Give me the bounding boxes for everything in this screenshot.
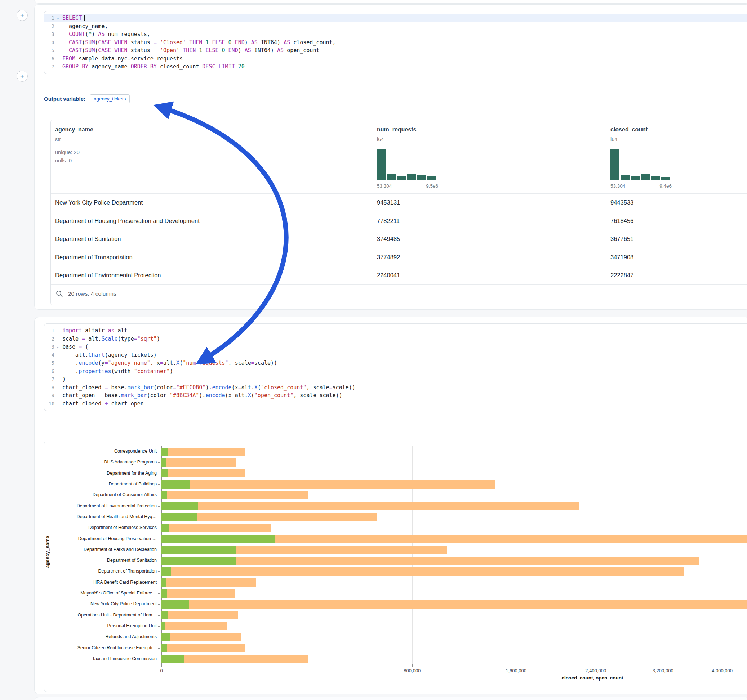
code-token: 20 <box>238 63 245 70</box>
y-axis-title: agency_name <box>45 523 50 581</box>
add-cell-button[interactable]: + <box>17 71 28 82</box>
line-number: 6 <box>48 55 54 63</box>
line-number: 3 <box>48 30 54 39</box>
bar-closed-count <box>162 491 308 499</box>
table-row[interactable]: New York City Police Department945313194… <box>51 193 747 212</box>
code-line[interactable]: 8chart_closed = base.mark_bar(color="#FF… <box>44 383 747 392</box>
line-number: 8 <box>48 383 54 392</box>
code-token <box>225 39 228 46</box>
code-token: alt. <box>242 384 254 391</box>
code-token: X <box>248 392 251 398</box>
code-token <box>215 63 218 70</box>
code-line[interactable]: 7GROUP BY agency_name ORDER BY closed_co… <box>44 63 747 71</box>
bar-open-count <box>162 611 168 619</box>
column-header[interactable]: closed_count <box>611 127 647 133</box>
bar-open-count <box>162 655 184 663</box>
add-cell-button[interactable]: + <box>17 10 28 21</box>
y-axis-tick <box>158 648 160 649</box>
code-token: "num_requests" <box>183 360 228 366</box>
table-row[interactable]: Department of Transportation377489234719… <box>51 248 747 267</box>
histogram-bar <box>611 149 620 180</box>
code-token: (width <box>111 368 130 374</box>
fold-chevron-icon[interactable]: ⌄ <box>57 343 59 351</box>
code-text: .properties(width="container") <box>44 367 747 376</box>
code-token: "#FFC080" <box>176 384 206 391</box>
code-line[interactable]: 1⌄SELECT <box>44 14 747 22</box>
code-token: status <box>127 47 154 54</box>
python-code-editor[interactable]: 1import altair as alt2scale = alt.Scale(… <box>44 323 747 411</box>
table-footer-text: 20 rows, 4 columns <box>68 291 116 297</box>
y-axis-tick <box>158 626 160 626</box>
bar-open-count <box>162 513 197 521</box>
column-histogram <box>377 149 438 180</box>
bar-closed-count <box>162 611 238 619</box>
x-tick-label: 3,200,000 <box>638 668 688 673</box>
code-line[interactable]: 2scale = alt.Scale(type="sqrt") <box>44 335 747 343</box>
line-number: 4 <box>48 39 54 47</box>
output-variable-badge[interactable]: agency_tickets <box>90 94 130 103</box>
code-token: import <box>62 327 82 334</box>
table-row[interactable]: Department of Housing Preservation and D… <box>51 212 747 230</box>
code-line[interactable]: 7) <box>44 375 747 383</box>
code-token: mark_bar <box>127 384 154 391</box>
gridline <box>663 446 664 664</box>
code-line[interactable]: 1import altair as alt <box>44 327 747 335</box>
y-axis-label: New York City Police Department <box>44 601 157 606</box>
search-icon[interactable] <box>56 290 63 297</box>
y-axis-tick <box>158 637 160 637</box>
code-token: "container" <box>134 368 170 374</box>
bar-open-count <box>162 622 165 630</box>
table-cell: 2240041 <box>377 267 400 284</box>
bar-open-count <box>162 633 170 641</box>
histogram-bar <box>620 175 629 180</box>
table-row[interactable]: Department of Sanitation37494853677651 <box>51 230 747 248</box>
code-token: = <box>166 392 170 398</box>
query-results-table: agency_namestrunique: 20nulls: 0num_requ… <box>50 119 747 305</box>
code-token: * <box>88 31 92 38</box>
bar-closed-count <box>162 644 245 652</box>
y-axis-label: Department of Sanitation <box>44 558 157 563</box>
y-axis-label: Senior Citizen Rent Increase Exempti… <box>44 645 157 650</box>
code-token: 0 <box>228 39 232 46</box>
code-line[interactable]: 5 .encode(y="agency_name", x=alt.X("num_… <box>44 359 747 367</box>
bar-open-count <box>162 491 167 499</box>
code-token: , scale <box>293 392 316 398</box>
sql-code-editor[interactable]: 1⌄SELECT2 agency_name,3 COUNT(*) AS num_… <box>44 11 747 74</box>
code-line[interactable]: 4 alt.Chart(agency_tickets) <box>44 351 747 359</box>
fold-chevron-icon[interactable]: ⌄ <box>57 14 59 22</box>
code-line[interactable]: 9chart_open = base.mark_bar(color="#8BC3… <box>44 391 747 400</box>
notebook-page: + + 1⌄SELECT2 agency_name,3 COUNT(*) AS … <box>0 0 747 700</box>
histogram-range-label: 53,304 <box>611 183 625 189</box>
code-line[interactable]: 2 agency_name, <box>44 22 747 31</box>
code-token: ELSE <box>206 47 218 54</box>
chart-output-panel: 0800,0001,600,0002,400,0003,200,0004,000… <box>44 441 747 692</box>
table-row[interactable]: Department of Environmental Protection22… <box>51 266 747 284</box>
code-line[interactable]: 4 CAST(SUM(CASE WHEN status = 'Closed' T… <box>44 39 747 47</box>
code-line[interactable]: 6 .properties(width="container") <box>44 367 747 376</box>
x-tick-label: 800,000 <box>387 668 437 673</box>
code-line[interactable]: 5 CAST(SUM(CASE WHEN status = 'Open' THE… <box>44 47 747 55</box>
code-token <box>62 47 69 54</box>
column-header[interactable]: agency_name <box>55 127 93 133</box>
line-number: 5 <box>48 359 54 367</box>
code-token: chart_closed <box>62 400 104 407</box>
code-line[interactable]: 3 COUNT(*) AS num_requests, <box>44 30 747 39</box>
x-tick-label: 2,400,000 <box>570 668 621 673</box>
code-token: "open_count" <box>254 392 293 398</box>
line-number: 10 <box>48 400 54 408</box>
code-line[interactable]: 6FROM sample_data.nyc.service_requests <box>44 55 747 63</box>
histogram-bar <box>631 176 640 180</box>
x-tick-label: 0 <box>136 668 187 673</box>
line-number: 1 <box>48 327 54 335</box>
code-line[interactable]: 10chart_closed + chart_open <box>44 400 747 408</box>
previous-cell-edge <box>34 0 747 4</box>
column-type: i64 <box>377 136 384 142</box>
code-token <box>111 39 114 46</box>
code-token: as <box>108 327 114 334</box>
code-token: CAST <box>69 39 82 46</box>
code-text: SELECT <box>44 14 747 22</box>
histogram-bar <box>641 173 650 180</box>
code-line[interactable]: 3⌄base = ( <box>44 343 747 351</box>
column-header[interactable]: num_requests <box>377 127 416 133</box>
next-cell-edge <box>34 697 747 700</box>
